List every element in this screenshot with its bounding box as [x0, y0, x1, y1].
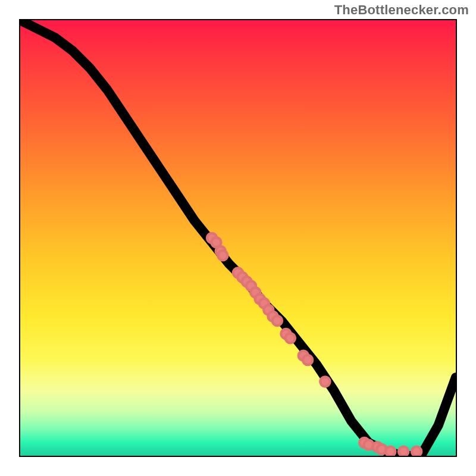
data-point — [273, 316, 282, 325]
data-points-group — [207, 233, 421, 456]
data-point — [412, 447, 421, 456]
data-point — [320, 377, 330, 387]
data-point — [218, 250, 227, 260]
chart-overlay — [20, 20, 456, 456]
data-point — [386, 447, 395, 456]
bottleneck-curve — [20, 20, 456, 456]
data-point — [286, 333, 295, 343]
watermark-text: TheBottlenecker.com — [334, 2, 469, 18]
chart-root: TheBottlenecker.com — [0, 0, 476, 476]
plot-area — [19, 19, 457, 457]
data-point — [399, 447, 408, 456]
data-point — [303, 355, 312, 365]
